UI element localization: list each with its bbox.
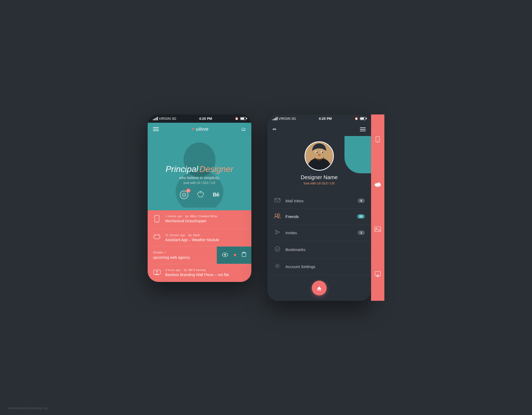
svg-point-9	[224, 254, 226, 256]
strip-download-icon	[375, 271, 381, 279]
side-strip-right	[371, 114, 384, 301]
profile-teal-accent	[344, 136, 371, 173]
feed-time-1: 1 minute ago	[165, 215, 182, 218]
behance-button[interactable]: Bē	[213, 192, 219, 198]
feed-item-1[interactable]: 1 minute ago by: Mike | Creative Mints M…	[148, 210, 251, 229]
status-right: ⏰	[235, 117, 246, 120]
like-button[interactable]: ♥	[233, 252, 236, 258]
feed-content-1: 1 minute ago by: Mike | Creative Mints M…	[165, 215, 246, 223]
svg-point-26	[322, 151, 323, 153]
app-header-left: ♥ uilove 🗂	[148, 123, 251, 136]
svg-rect-35	[317, 290, 321, 290]
fab-section	[267, 275, 371, 301]
feed-meta-1: 1 minute ago by: Mike | Creative Mints	[165, 215, 246, 218]
settings-icon	[274, 263, 281, 270]
feed-title-2: Assistant App – Weather Module	[165, 238, 246, 242]
feed-content-4: 2 hours ago by: Bill S Kenney Bamboo Bra…	[165, 268, 246, 277]
hero-title-accent: Designer	[200, 164, 234, 174]
hero-social: 21	[180, 190, 219, 200]
feed-author-1: by: Mike | Creative Mints	[185, 215, 217, 218]
dribbble-button[interactable]: 21	[180, 191, 188, 199]
hero-section: Principal Designer who believe in simpli…	[148, 136, 251, 210]
feed-item-4[interactable]: 2 hours ago by: Bill S Kenney Bamboo Bra…	[148, 264, 251, 282]
bookmarks-icon	[274, 246, 281, 253]
status-left-r: VIRGIN 3G	[273, 117, 296, 121]
menu-item-invites[interactable]: Invites 1	[267, 225, 371, 241]
feed-meta-2: 21 minutes ago by: Dash	[165, 233, 246, 237]
svg-point-33	[277, 265, 279, 267]
feed-section: 1 minute ago by: Mike | Creative Mints M…	[148, 210, 251, 282]
hero-text: Principal Designer who believe in simpli…	[165, 164, 233, 185]
svg-point-6	[157, 221, 157, 222]
phone-frame-left: VIRGIN 3G 4:20 PM ⏰ ♥ uilove	[148, 114, 251, 282]
battery-icon	[240, 117, 246, 120]
svg-rect-41	[375, 227, 381, 232]
view-button[interactable]	[222, 252, 228, 258]
feed-title-4: Bamboo Branding Wall Piece – not flat	[165, 273, 246, 277]
svg-point-29	[275, 214, 278, 216]
feed-title-3: upcoming web agency	[153, 255, 203, 260]
status-right-r: ⏰	[355, 117, 366, 120]
menu-item-bookmarks[interactable]: Bookmarks	[267, 241, 371, 258]
feed-title-1: Mechanical Grasshopper	[165, 219, 246, 223]
sketch-button[interactable]	[196, 190, 205, 200]
feed-author-4: by: Bill S Kenney	[184, 268, 206, 272]
hero-subtitle: who believe in simplicity.	[165, 176, 233, 180]
svg-point-7	[154, 235, 160, 239]
profile-avatar	[305, 141, 334, 171]
status-bar-left: VIRGIN 3G 4:20 PM ⏰	[148, 114, 251, 123]
carrier-text: VIRGIN 3G	[159, 117, 176, 121]
hero-tagline: love with UI / GUI / UX	[165, 181, 233, 185]
heart-icon: ♥	[192, 127, 194, 132]
menu-item-mail[interactable]: Mail Inbox 5	[267, 193, 371, 209]
briefcase-icon[interactable]: 🗂	[241, 126, 246, 132]
feed-meta-4: 2 hours ago by: Bill S Kenney	[165, 268, 246, 272]
watermark: www.heritagechristiancollege.com	[8, 407, 48, 410]
signal-icon	[153, 117, 158, 120]
strip-cloud-icon	[374, 182, 381, 188]
svg-marker-4	[199, 191, 202, 193]
time-display: 4:20 PM	[199, 117, 212, 121]
edit-button[interactable]: ✏	[273, 126, 277, 132]
feed-meta-3: Ghulam ✓	[153, 251, 203, 254]
hero-title-main: Principal	[165, 164, 198, 174]
eject-icon	[316, 285, 322, 291]
dribbble-badge: 21	[186, 188, 190, 193]
svg-point-40	[377, 182, 380, 186]
app-name: uilove	[196, 126, 208, 132]
menu-item-settings[interactable]: Account Settings	[267, 258, 371, 275]
clock-icon-r: ⏰	[355, 117, 358, 120]
profile-name: Designer Name	[301, 174, 338, 180]
strip-image-icon	[375, 227, 381, 233]
menu-button-right[interactable]	[360, 128, 366, 131]
menu-button[interactable]	[153, 127, 159, 131]
svg-point-30	[278, 214, 280, 216]
app-header-right: ✏	[267, 123, 371, 136]
fab-button[interactable]	[312, 281, 327, 295]
menu-badge-friends: 25	[357, 214, 365, 219]
delete-button[interactable]	[242, 252, 246, 258]
feed-icon-2	[153, 234, 161, 241]
svg-rect-15	[243, 252, 245, 253]
menu-label-bookmarks: Bookmarks	[285, 247, 365, 252]
invites-icon	[274, 229, 281, 236]
feed-item-2[interactable]: 21 minutes ago by: Dash Assistant App – …	[148, 229, 251, 246]
svg-marker-31	[275, 230, 280, 234]
clock-icon: ⏰	[235, 117, 239, 120]
feed-time-2: 21 minutes ago	[165, 233, 185, 237]
behance-icon: Bē	[213, 192, 219, 198]
svg-rect-10	[242, 253, 246, 257]
feed-item-3[interactable]: Ghulam ✓ upcoming web agency ♥	[148, 246, 251, 264]
svg-point-25	[316, 151, 318, 153]
app-logo: ♥ uilove	[192, 126, 209, 132]
menu-item-friends[interactable]: Friends 25	[267, 209, 371, 225]
svg-point-27	[318, 154, 320, 156]
status-left: VIRGIN 3G	[153, 117, 176, 121]
svg-marker-34	[317, 286, 321, 289]
feed-content-2: 21 minutes ago by: Dash Assistant App – …	[165, 233, 246, 242]
menu-label-settings: Account Settings	[285, 264, 365, 269]
menu-label-mail: Mail Inbox	[285, 199, 354, 203]
menu-label-invites: Invites	[285, 231, 354, 235]
phone-frame-right: VIRGIN 3G 4:20 PM ⏰ ✏	[267, 114, 371, 301]
menu-section: Mail Inbox 5 Friends 25	[267, 193, 371, 275]
